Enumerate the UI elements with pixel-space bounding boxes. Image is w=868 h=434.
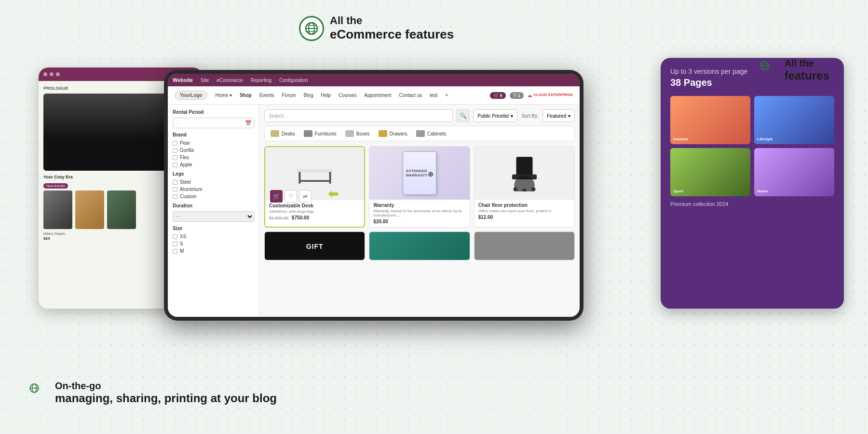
- svg-rect-14: [300, 180, 329, 182]
- fles-label: Fles: [180, 155, 189, 160]
- search-box[interactable]: Search...: [264, 109, 453, 122]
- aluminium-label: Aluminium: [180, 187, 203, 192]
- date-input[interactable]: - 📅: [173, 118, 254, 128]
- nav-home[interactable]: Home ▾: [215, 93, 231, 98]
- duration-select[interactable]: - 1 Month 3 Months 1 Year: [173, 211, 254, 222]
- steel-checkbox[interactable]: [173, 180, 177, 185]
- sort-dropdown[interactable]: Featured ▾: [542, 109, 575, 122]
- nav-help[interactable]: Help: [321, 93, 331, 98]
- filter-apple[interactable]: Apple: [173, 162, 254, 167]
- arrow-indicator: ⬅: [328, 187, 339, 202]
- right-top-heading: All the features: [760, 58, 829, 82]
- globe-icon: [299, 16, 324, 41]
- boxes-icon: [345, 130, 354, 137]
- nav-add[interactable]: +: [445, 93, 448, 98]
- size-label: Size: [173, 226, 254, 231]
- desk-price: $1,000.00 $750.00: [269, 215, 360, 220]
- topbar-site[interactable]: Site: [201, 78, 209, 83]
- compare-btn[interactable]: ⇌: [299, 190, 312, 203]
- filter-custom[interactable]: Custom: [173, 194, 254, 199]
- filter-s[interactable]: S: [173, 241, 254, 246]
- cat-furnitures[interactable]: Furnitures: [302, 129, 339, 138]
- nav-test[interactable]: test: [430, 93, 437, 98]
- top-heading: All the eCommerce features: [299, 14, 454, 42]
- nav-forum[interactable]: Forum: [282, 93, 296, 98]
- pricelist-dropdown[interactable]: Public Pricelist ▾: [473, 109, 517, 122]
- nav-courses[interactable]: Courses: [339, 93, 356, 98]
- s-checkbox[interactable]: [173, 242, 177, 246]
- filter-panel: Rental Period - 📅 Brand Pear Gorilla Fle…: [168, 105, 259, 317]
- product-card-teal[interactable]: [369, 231, 470, 260]
- pear-checkbox[interactable]: [173, 141, 177, 146]
- desk-info: Customizable Desk 160x80cm, with large l…: [265, 200, 364, 223]
- calendar-icon: 📅: [245, 120, 252, 126]
- product-card-gift[interactable]: GIFT: [264, 231, 365, 260]
- svg-point-19: [531, 187, 536, 191]
- right-globe-icon: [760, 60, 780, 81]
- xs-label: XS: [180, 234, 186, 239]
- cart-button[interactable]: 🛒 6: [490, 92, 506, 99]
- product-card-desk[interactable]: 🛒 ♡ ⇌ ⬅ Customizable Desk 160x80cm, with…: [264, 146, 365, 228]
- legs-label: Legs: [173, 171, 254, 176]
- nav-blog[interactable]: Blog: [303, 93, 313, 98]
- gorilla-checkbox[interactable]: [173, 148, 177, 153]
- m-checkbox[interactable]: [173, 249, 177, 254]
- site-logo: YourLogo: [175, 91, 207, 100]
- shop-area: Rental Period - 📅 Brand Pear Gorilla Fle…: [168, 105, 580, 317]
- furnitures-icon: [304, 130, 312, 137]
- custom-checkbox[interactable]: [173, 194, 177, 199]
- nav-events[interactable]: Events: [259, 93, 274, 98]
- chair-name: Chair floor protection: [478, 203, 570, 208]
- filter-fles[interactable]: Fles: [173, 155, 254, 160]
- product-card-warranty[interactable]: EXTENDEDWARRANTY ⊕ Warranty Warranty, is…: [369, 146, 470, 228]
- search-row: Search... 🔍 Public Pricelist ▾ Sort By: …: [264, 109, 575, 122]
- add-to-wishlist-btn[interactable]: ♡: [285, 190, 297, 203]
- search-button[interactable]: 🔍: [457, 109, 469, 122]
- m-label: M: [180, 248, 184, 254]
- product-grid: 🛒 ♡ ⇌ ⬅ Customizable Desk 160x80cm, with…: [264, 146, 575, 260]
- cloud-enterprise-logo: ☁ CLOUD ENTERPRISE: [528, 93, 573, 98]
- topbar-configuration[interactable]: Configuration: [279, 78, 308, 83]
- svg-point-18: [513, 187, 517, 191]
- aluminium-checkbox[interactable]: [173, 187, 177, 192]
- odoo-topbar: Website Site eCommerce Reporting Configu…: [168, 74, 580, 86]
- filter-pear[interactable]: Pear: [173, 140, 254, 146]
- nav-appointment[interactable]: Appointment: [364, 93, 391, 98]
- cat-desks[interactable]: Desks: [269, 129, 297, 138]
- add-to-cart-btn[interactable]: 🛒: [270, 190, 283, 203]
- topbar-ecommerce[interactable]: eCommerce: [217, 78, 243, 83]
- product-card-gray[interactable]: [474, 231, 575, 260]
- wishlist-button[interactable]: ♡ 1: [510, 92, 524, 99]
- cat-drawers[interactable]: Drawers: [377, 129, 409, 138]
- gray-image: [475, 232, 574, 260]
- desk-name: Customizable Desk: [269, 203, 360, 208]
- gorilla-label: Gorilla: [180, 148, 194, 153]
- chair-price: $12.00: [478, 215, 570, 220]
- nav-contact[interactable]: Contact us: [399, 93, 422, 98]
- filter-m[interactable]: M: [173, 248, 254, 254]
- sort-label: Sort By:: [521, 113, 539, 119]
- chair-desc: Office chairs can harm your floor; prote…: [478, 209, 570, 213]
- cat-boxes[interactable]: Boxes: [343, 129, 372, 138]
- filter-gorilla[interactable]: Gorilla: [173, 148, 254, 153]
- svg-rect-15: [516, 157, 532, 177]
- drawers-icon: [379, 130, 387, 137]
- fles-checkbox[interactable]: [173, 155, 177, 160]
- filter-steel[interactable]: Steel: [173, 179, 254, 185]
- svg-rect-13: [329, 172, 331, 184]
- warranty-desc: Warranty, issued to the purchaser of an …: [373, 209, 465, 217]
- filter-xs[interactable]: XS: [173, 234, 254, 239]
- rental-period-label: Rental Period: [173, 109, 254, 115]
- xs-checkbox[interactable]: [173, 234, 177, 239]
- pear-label: Pear: [180, 140, 190, 146]
- cat-cabinets[interactable]: Cabinets: [414, 129, 448, 138]
- filter-aluminium[interactable]: Aluminium: [173, 187, 254, 192]
- topbar-reporting[interactable]: Reporting: [251, 78, 271, 83]
- bottom-left-heading: On-the-go managing, sharing, printing at…: [29, 380, 277, 405]
- product-card-chair[interactable]: Chair floor protection Office chairs can…: [474, 146, 575, 228]
- apple-checkbox[interactable]: [173, 163, 177, 167]
- duration-label: Duration: [173, 203, 254, 208]
- cabinets-icon: [416, 130, 425, 137]
- nav-shop[interactable]: Shop: [240, 93, 252, 98]
- warranty-info: Warranty Warranty, issued to the purchas…: [369, 200, 469, 227]
